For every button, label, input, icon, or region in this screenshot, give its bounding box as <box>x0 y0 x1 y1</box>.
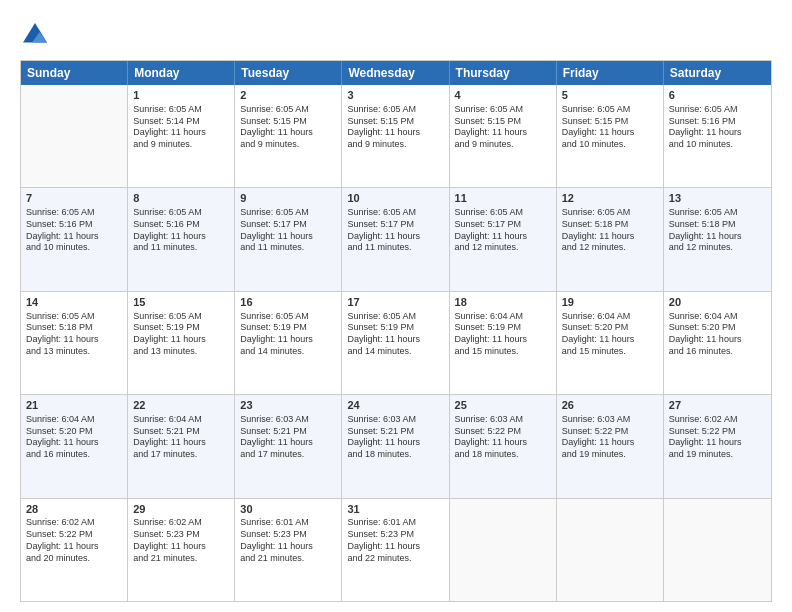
cal-row-4: 28Sunrise: 6:02 AM Sunset: 5:22 PM Dayli… <box>21 499 771 601</box>
day-info: Sunrise: 6:04 AM Sunset: 5:20 PM Dayligh… <box>562 311 658 358</box>
day-info: Sunrise: 6:05 AM Sunset: 5:14 PM Dayligh… <box>133 104 229 151</box>
day-number: 26 <box>562 398 658 413</box>
day-info: Sunrise: 6:05 AM Sunset: 5:16 PM Dayligh… <box>133 207 229 254</box>
cal-cell-day-17: 17Sunrise: 6:05 AM Sunset: 5:19 PM Dayli… <box>342 292 449 394</box>
cal-cell-day-3: 3Sunrise: 6:05 AM Sunset: 5:15 PM Daylig… <box>342 85 449 187</box>
cal-cell-day-8: 8Sunrise: 6:05 AM Sunset: 5:16 PM Daylig… <box>128 188 235 290</box>
cal-row-2: 14Sunrise: 6:05 AM Sunset: 5:18 PM Dayli… <box>21 292 771 395</box>
day-info: Sunrise: 6:05 AM Sunset: 5:19 PM Dayligh… <box>240 311 336 358</box>
cal-cell-day-7: 7Sunrise: 6:05 AM Sunset: 5:16 PM Daylig… <box>21 188 128 290</box>
cal-cell-day-1: 1Sunrise: 6:05 AM Sunset: 5:14 PM Daylig… <box>128 85 235 187</box>
day-info: Sunrise: 6:04 AM Sunset: 5:21 PM Dayligh… <box>133 414 229 461</box>
cal-cell-day-26: 26Sunrise: 6:03 AM Sunset: 5:22 PM Dayli… <box>557 395 664 497</box>
cal-cell-day-23: 23Sunrise: 6:03 AM Sunset: 5:21 PM Dayli… <box>235 395 342 497</box>
day-number: 3 <box>347 88 443 103</box>
day-info: Sunrise: 6:05 AM Sunset: 5:16 PM Dayligh… <box>26 207 122 254</box>
day-info: Sunrise: 6:01 AM Sunset: 5:23 PM Dayligh… <box>240 517 336 564</box>
day-info: Sunrise: 6:05 AM Sunset: 5:18 PM Dayligh… <box>26 311 122 358</box>
cal-cell-day-31: 31Sunrise: 6:01 AM Sunset: 5:23 PM Dayli… <box>342 499 449 601</box>
day-number: 29 <box>133 502 229 517</box>
cal-cell-day-6: 6Sunrise: 6:05 AM Sunset: 5:16 PM Daylig… <box>664 85 771 187</box>
cal-cell-empty <box>450 499 557 601</box>
cal-cell-day-19: 19Sunrise: 6:04 AM Sunset: 5:20 PM Dayli… <box>557 292 664 394</box>
cal-cell-day-30: 30Sunrise: 6:01 AM Sunset: 5:23 PM Dayli… <box>235 499 342 601</box>
cal-header-friday: Friday <box>557 61 664 85</box>
page: SundayMondayTuesdayWednesdayThursdayFrid… <box>0 0 792 612</box>
day-number: 13 <box>669 191 766 206</box>
day-info: Sunrise: 6:05 AM Sunset: 5:18 PM Dayligh… <box>562 207 658 254</box>
day-number: 18 <box>455 295 551 310</box>
cal-cell-empty <box>21 85 128 187</box>
day-number: 30 <box>240 502 336 517</box>
day-info: Sunrise: 6:05 AM Sunset: 5:17 PM Dayligh… <box>455 207 551 254</box>
day-info: Sunrise: 6:05 AM Sunset: 5:15 PM Dayligh… <box>562 104 658 151</box>
day-info: Sunrise: 6:02 AM Sunset: 5:22 PM Dayligh… <box>669 414 766 461</box>
day-number: 4 <box>455 88 551 103</box>
day-info: Sunrise: 6:04 AM Sunset: 5:20 PM Dayligh… <box>669 311 766 358</box>
day-info: Sunrise: 6:05 AM Sunset: 5:19 PM Dayligh… <box>133 311 229 358</box>
day-number: 6 <box>669 88 766 103</box>
cal-cell-empty <box>557 499 664 601</box>
day-number: 23 <box>240 398 336 413</box>
cal-cell-day-27: 27Sunrise: 6:02 AM Sunset: 5:22 PM Dayli… <box>664 395 771 497</box>
cal-cell-day-25: 25Sunrise: 6:03 AM Sunset: 5:22 PM Dayli… <box>450 395 557 497</box>
day-number: 31 <box>347 502 443 517</box>
day-info: Sunrise: 6:04 AM Sunset: 5:19 PM Dayligh… <box>455 311 551 358</box>
day-number: 5 <box>562 88 658 103</box>
calendar-body: 1Sunrise: 6:05 AM Sunset: 5:14 PM Daylig… <box>21 85 771 601</box>
day-info: Sunrise: 6:05 AM Sunset: 5:17 PM Dayligh… <box>347 207 443 254</box>
cal-cell-day-9: 9Sunrise: 6:05 AM Sunset: 5:17 PM Daylig… <box>235 188 342 290</box>
cal-row-0: 1Sunrise: 6:05 AM Sunset: 5:14 PM Daylig… <box>21 85 771 188</box>
cal-header-wednesday: Wednesday <box>342 61 449 85</box>
day-info: Sunrise: 6:05 AM Sunset: 5:17 PM Dayligh… <box>240 207 336 254</box>
cal-row-3: 21Sunrise: 6:04 AM Sunset: 5:20 PM Dayli… <box>21 395 771 498</box>
day-number: 8 <box>133 191 229 206</box>
day-info: Sunrise: 6:02 AM Sunset: 5:23 PM Dayligh… <box>133 517 229 564</box>
cal-cell-day-28: 28Sunrise: 6:02 AM Sunset: 5:22 PM Dayli… <box>21 499 128 601</box>
day-number: 19 <box>562 295 658 310</box>
cal-cell-day-21: 21Sunrise: 6:04 AM Sunset: 5:20 PM Dayli… <box>21 395 128 497</box>
cal-header-tuesday: Tuesday <box>235 61 342 85</box>
cal-cell-day-13: 13Sunrise: 6:05 AM Sunset: 5:18 PM Dayli… <box>664 188 771 290</box>
day-info: Sunrise: 6:05 AM Sunset: 5:15 PM Dayligh… <box>240 104 336 151</box>
day-info: Sunrise: 6:05 AM Sunset: 5:16 PM Dayligh… <box>669 104 766 151</box>
day-info: Sunrise: 6:05 AM Sunset: 5:18 PM Dayligh… <box>669 207 766 254</box>
logo <box>20 20 54 50</box>
cal-cell-day-29: 29Sunrise: 6:02 AM Sunset: 5:23 PM Dayli… <box>128 499 235 601</box>
cal-cell-day-24: 24Sunrise: 6:03 AM Sunset: 5:21 PM Dayli… <box>342 395 449 497</box>
day-info: Sunrise: 6:03 AM Sunset: 5:22 PM Dayligh… <box>455 414 551 461</box>
header <box>20 20 772 50</box>
day-number: 15 <box>133 295 229 310</box>
day-number: 21 <box>26 398 122 413</box>
cal-cell-day-22: 22Sunrise: 6:04 AM Sunset: 5:21 PM Dayli… <box>128 395 235 497</box>
day-number: 14 <box>26 295 122 310</box>
day-info: Sunrise: 6:05 AM Sunset: 5:15 PM Dayligh… <box>455 104 551 151</box>
day-info: Sunrise: 6:04 AM Sunset: 5:20 PM Dayligh… <box>26 414 122 461</box>
cal-cell-day-2: 2Sunrise: 6:05 AM Sunset: 5:15 PM Daylig… <box>235 85 342 187</box>
cal-cell-day-4: 4Sunrise: 6:05 AM Sunset: 5:15 PM Daylig… <box>450 85 557 187</box>
logo-icon <box>20 20 50 50</box>
day-number: 16 <box>240 295 336 310</box>
day-info: Sunrise: 6:02 AM Sunset: 5:22 PM Dayligh… <box>26 517 122 564</box>
day-number: 9 <box>240 191 336 206</box>
cal-cell-day-10: 10Sunrise: 6:05 AM Sunset: 5:17 PM Dayli… <box>342 188 449 290</box>
cal-cell-day-16: 16Sunrise: 6:05 AM Sunset: 5:19 PM Dayli… <box>235 292 342 394</box>
day-info: Sunrise: 6:03 AM Sunset: 5:21 PM Dayligh… <box>347 414 443 461</box>
cal-cell-day-18: 18Sunrise: 6:04 AM Sunset: 5:19 PM Dayli… <box>450 292 557 394</box>
day-number: 25 <box>455 398 551 413</box>
cal-cell-day-15: 15Sunrise: 6:05 AM Sunset: 5:19 PM Dayli… <box>128 292 235 394</box>
day-number: 11 <box>455 191 551 206</box>
cal-cell-empty <box>664 499 771 601</box>
cal-header-sunday: Sunday <box>21 61 128 85</box>
day-number: 7 <box>26 191 122 206</box>
day-info: Sunrise: 6:01 AM Sunset: 5:23 PM Dayligh… <box>347 517 443 564</box>
day-info: Sunrise: 6:05 AM Sunset: 5:19 PM Dayligh… <box>347 311 443 358</box>
cal-row-1: 7Sunrise: 6:05 AM Sunset: 5:16 PM Daylig… <box>21 188 771 291</box>
cal-cell-day-11: 11Sunrise: 6:05 AM Sunset: 5:17 PM Dayli… <box>450 188 557 290</box>
day-info: Sunrise: 6:05 AM Sunset: 5:15 PM Dayligh… <box>347 104 443 151</box>
day-number: 22 <box>133 398 229 413</box>
cal-header-monday: Monday <box>128 61 235 85</box>
calendar: SundayMondayTuesdayWednesdayThursdayFrid… <box>20 60 772 602</box>
cal-cell-day-12: 12Sunrise: 6:05 AM Sunset: 5:18 PM Dayli… <box>557 188 664 290</box>
day-info: Sunrise: 6:03 AM Sunset: 5:22 PM Dayligh… <box>562 414 658 461</box>
